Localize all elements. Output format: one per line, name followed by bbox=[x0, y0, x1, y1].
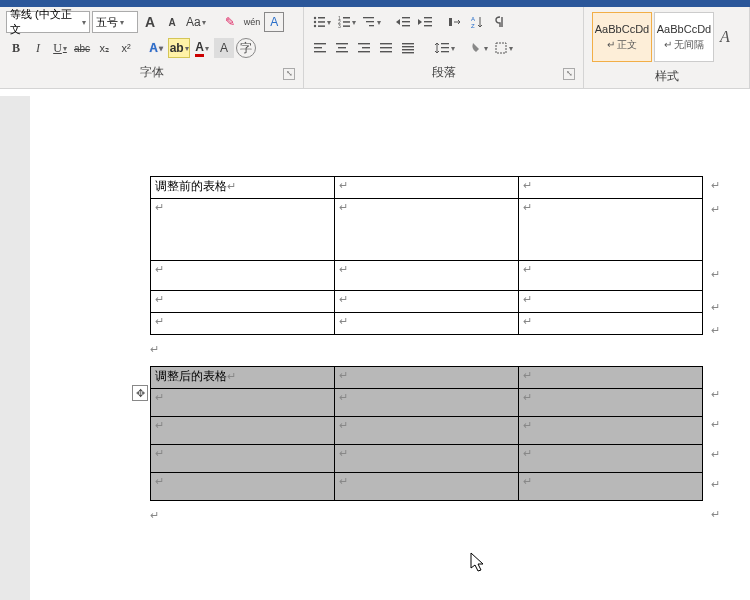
increase-indent-button[interactable] bbox=[415, 12, 435, 32]
underline-button[interactable]: U▾ bbox=[50, 38, 70, 58]
font-family-value: 等线 (中文正文 bbox=[10, 7, 80, 37]
svg-rect-15 bbox=[402, 17, 410, 18]
table-before[interactable]: 调整前的表格↵↵↵ ↵↵↵ ↵↵↵ ↵↵↵ ↵↵↵ bbox=[150, 176, 703, 335]
styles-gallery[interactable]: AaBbCcDd ↵ 正文 AaBbCcDd ↵ 无间隔 A bbox=[590, 10, 743, 64]
align-right-button[interactable] bbox=[354, 38, 374, 58]
text-effects-button[interactable]: A▾ bbox=[146, 38, 166, 58]
table-cell-text: 调整前的表格 bbox=[155, 179, 227, 193]
style-normal[interactable]: AaBbCcDd ↵ 正文 bbox=[592, 12, 652, 62]
style-no-spacing[interactable]: AaBbCcDd ↵ 无间隔 bbox=[654, 12, 714, 62]
svg-rect-37 bbox=[402, 46, 414, 47]
char-border-button[interactable]: A bbox=[264, 12, 284, 32]
char-shading-button[interactable]: A bbox=[214, 38, 234, 58]
style-name: ↵ 正文 bbox=[607, 38, 638, 52]
chevron-down-icon: ▾ bbox=[120, 18, 124, 27]
chevron-down-icon: ▾ bbox=[82, 18, 86, 27]
svg-rect-27 bbox=[336, 43, 348, 44]
align-justify-button[interactable] bbox=[376, 38, 396, 58]
align-left-button[interactable] bbox=[310, 38, 330, 58]
highlight-icon: ab bbox=[170, 41, 184, 55]
numbering-button[interactable]: 123▾ bbox=[335, 12, 358, 32]
font-dialog-launcher[interactable]: ⤡ bbox=[283, 68, 295, 80]
svg-point-4 bbox=[314, 25, 316, 27]
shrink-font-button[interactable]: A bbox=[162, 12, 182, 32]
row-end-mark: ↵ bbox=[711, 508, 720, 521]
svg-rect-5 bbox=[318, 25, 325, 27]
svg-rect-7 bbox=[343, 17, 350, 19]
borders-button[interactable]: ▾ bbox=[492, 38, 515, 58]
group-paragraph-label: 段落⤡ bbox=[310, 60, 577, 84]
enclose-char-button[interactable]: 字 bbox=[236, 38, 256, 58]
chevron-down-icon: ▾ bbox=[205, 44, 209, 53]
svg-rect-16 bbox=[402, 21, 410, 22]
svg-rect-31 bbox=[362, 47, 370, 48]
shading-button[interactable]: ▾ bbox=[467, 38, 490, 58]
chevron-down-icon: ▾ bbox=[63, 44, 67, 53]
row-end-mark: ↵ bbox=[711, 301, 720, 314]
svg-rect-29 bbox=[336, 51, 348, 52]
subscript-button[interactable]: x₂ bbox=[94, 38, 114, 58]
row-end-mark: ↵ bbox=[711, 388, 720, 401]
sort-button[interactable]: AZ bbox=[467, 12, 487, 32]
table-cell-text: 调整后的表格 bbox=[155, 369, 227, 383]
clear-formatting-button[interactable]: ✎ bbox=[220, 12, 240, 32]
title-bar bbox=[0, 0, 750, 7]
chevron-down-icon: ▾ bbox=[185, 44, 189, 53]
svg-rect-17 bbox=[402, 25, 410, 26]
table-after[interactable]: 调整后的表格↵↵↵ ↵↵↵ ↵↵↵ ↵↵↵ ↵↵↵ bbox=[150, 366, 703, 501]
svg-rect-40 bbox=[441, 43, 449, 44]
paragraph-mark: ↵ bbox=[150, 509, 159, 522]
svg-rect-12 bbox=[363, 17, 374, 18]
svg-rect-42 bbox=[441, 51, 449, 52]
chevron-down-icon: ▾ bbox=[509, 44, 513, 53]
styles-more: A bbox=[716, 12, 734, 62]
svg-rect-41 bbox=[441, 47, 449, 48]
decrease-indent-button[interactable] bbox=[393, 12, 413, 32]
phonetic-guide-button[interactable]: wén bbox=[242, 12, 263, 32]
paragraph-dialog-launcher[interactable]: ⤡ bbox=[563, 68, 575, 80]
row-end-mark: ↵ bbox=[711, 418, 720, 431]
font-color-icon: A bbox=[195, 40, 204, 57]
svg-rect-33 bbox=[380, 43, 392, 44]
superscript-button[interactable]: x² bbox=[116, 38, 136, 58]
paragraph-mark: ↵ bbox=[150, 343, 159, 356]
row-end-mark: ↵ bbox=[711, 448, 720, 461]
svg-rect-35 bbox=[380, 51, 392, 52]
ltr-button[interactable] bbox=[445, 12, 465, 32]
strikethrough-button[interactable]: abc bbox=[72, 38, 92, 58]
group-font-label: 字体⤡ bbox=[6, 60, 297, 84]
group-styles-label: 样式 bbox=[590, 64, 743, 88]
chevron-down-icon: ▾ bbox=[377, 18, 381, 27]
align-center-button[interactable] bbox=[332, 38, 352, 58]
svg-rect-38 bbox=[402, 49, 414, 50]
svg-rect-3 bbox=[318, 21, 325, 23]
font-color-button[interactable]: A▾ bbox=[192, 38, 212, 58]
bullets-button[interactable]: ▾ bbox=[310, 12, 333, 32]
page[interactable]: 调整前的表格↵↵↵ ↵↵↵ ↵↵↵ ↵↵↵ ↵↵↵ ↵ 调整后的表格↵↵↵ ↵↵… bbox=[30, 96, 750, 600]
style-name: ↵ 无间隔 bbox=[664, 38, 705, 52]
svg-text:Z: Z bbox=[471, 23, 475, 29]
font-size-combo[interactable]: 五号▾ bbox=[92, 11, 138, 33]
line-spacing-button[interactable]: ▾ bbox=[432, 38, 457, 58]
align-distribute-button[interactable] bbox=[398, 38, 418, 58]
document-area[interactable]: 调整前的表格↵↵↵ ↵↵↵ ↵↵↵ ↵↵↵ ↵↵↵ ↵ 调整后的表格↵↵↵ ↵↵… bbox=[0, 96, 750, 600]
svg-rect-34 bbox=[380, 47, 392, 48]
svg-rect-9 bbox=[343, 21, 350, 23]
svg-rect-18 bbox=[424, 17, 432, 18]
show-marks-button[interactable] bbox=[489, 12, 509, 32]
svg-rect-19 bbox=[424, 21, 432, 22]
svg-rect-36 bbox=[402, 43, 414, 44]
font-family-combo[interactable]: 等线 (中文正文▾ bbox=[6, 11, 90, 33]
svg-rect-21 bbox=[449, 18, 452, 26]
change-case-button[interactable]: Aa▾ bbox=[184, 12, 208, 32]
svg-rect-43 bbox=[496, 43, 506, 53]
grow-font-button[interactable]: A bbox=[140, 12, 160, 32]
multilevel-list-button[interactable]: ▾ bbox=[360, 12, 383, 32]
svg-rect-25 bbox=[314, 47, 322, 48]
table-move-handle[interactable]: ✥ bbox=[132, 385, 148, 401]
highlight-button[interactable]: ab▾ bbox=[168, 38, 190, 58]
group-styles: AaBbCcDd ↵ 正文 AaBbCcDd ↵ 无间隔 A 样式 bbox=[584, 7, 750, 88]
svg-rect-14 bbox=[369, 25, 374, 26]
bold-button[interactable]: B bbox=[6, 38, 26, 58]
italic-button[interactable]: I bbox=[28, 38, 48, 58]
